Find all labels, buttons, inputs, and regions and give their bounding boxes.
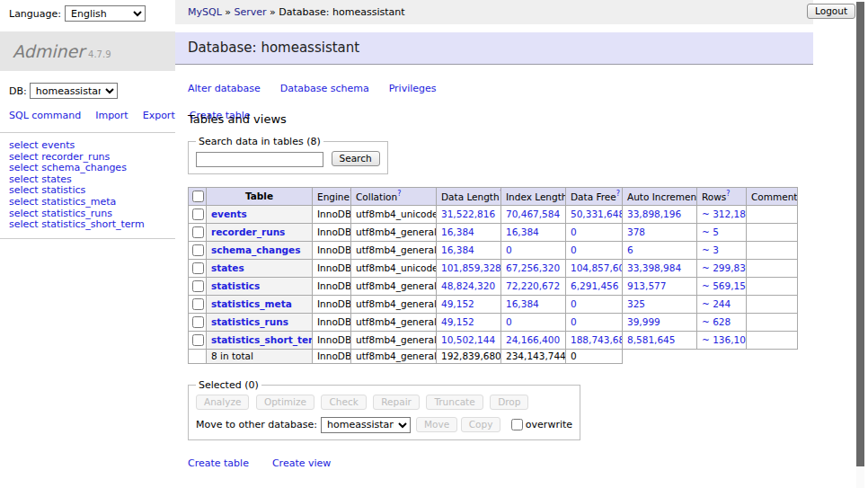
help-link[interactable]: ? (616, 190, 620, 198)
index-length-link[interactable]: 72,220,672 (506, 280, 560, 291)
rows-count-link[interactable]: ~ 312,180 (702, 209, 747, 219)
column-header-collation: Collation? (351, 187, 437, 205)
data-free-link[interactable]: 0 (571, 226, 577, 237)
breadcrumb-current: Database: homeassistant (279, 6, 404, 18)
create-view-link[interactable]: Create view (272, 457, 331, 469)
rows-count-link[interactable]: ~ 244 (702, 298, 731, 309)
rows-count-link[interactable]: ~ 569,159 (702, 280, 747, 291)
table-link-statistics-meta[interactable]: statistics_meta (211, 298, 292, 309)
data-length-link[interactable]: 101,859,328 (441, 262, 501, 273)
sidebar-item-select-statistics-short-term[interactable]: select statistics_short_term (9, 219, 175, 231)
rows-count-link[interactable]: ~ 299,833 (702, 262, 747, 273)
data-free-link[interactable]: 0 (571, 244, 577, 255)
database-schema-link[interactable]: Database schema (280, 83, 369, 94)
table-link-states[interactable]: states (211, 262, 244, 273)
row-checkbox[interactable] (192, 209, 204, 220)
index-length-link[interactable]: 70,467,584 (506, 209, 560, 219)
search-legend: Search data in tables (8) (196, 136, 323, 147)
data-length-link[interactable]: 16,384 (441, 244, 474, 255)
data-length-link[interactable]: 10,502,144 (441, 334, 495, 345)
check-button[interactable]: Check (321, 395, 366, 410)
data-length-link[interactable]: 48,824,320 (441, 280, 495, 291)
data-length-link[interactable]: 49,152 (441, 316, 474, 327)
index-length-link[interactable]: 67,256,320 (506, 262, 560, 273)
overwrite-checkbox[interactable] (511, 419, 523, 430)
auto-increment-link[interactable]: 8,581,645 (627, 334, 675, 345)
comment-cell (747, 331, 798, 349)
drop-button[interactable]: Drop (490, 395, 528, 410)
privileges-link[interactable]: Privileges (389, 83, 437, 94)
move-button[interactable]: Move (416, 417, 457, 432)
data-free-link[interactable]: 50,331,648 (571, 209, 623, 219)
scrollbar-thumb[interactable] (856, 2, 864, 466)
table-link-statistics-short-term[interactable]: statistics_short_term (211, 334, 313, 345)
auto-increment-link[interactable]: 6 (627, 244, 633, 255)
index-length-link[interactable]: 24,166,400 (506, 334, 560, 345)
data-free-link[interactable]: 0 (571, 298, 577, 309)
search-input[interactable] (196, 152, 323, 167)
sidebar-item-select-schema-changes[interactable]: select schema_changes (9, 163, 175, 174)
table-link-events[interactable]: events (211, 209, 247, 219)
engine-cell: InnoDB (313, 277, 351, 295)
auto-increment-link[interactable]: 39,999 (627, 316, 660, 327)
index-length-link[interactable]: 0 (506, 316, 512, 327)
alter-database-link[interactable]: Alter database (188, 83, 261, 94)
data-free-link[interactable]: 104,857,600 (571, 262, 623, 273)
export-link[interactable]: Export (143, 110, 175, 121)
table-link-statistics-runs[interactable]: statistics_runs (211, 316, 288, 327)
index-length-link[interactable]: 0 (506, 244, 512, 255)
breadcrumb-server-link[interactable]: Server (235, 6, 267, 18)
move-database-select[interactable]: homeassistant (321, 417, 411, 433)
index-length-link[interactable]: 16,384 (506, 226, 539, 237)
rows-count-link[interactable]: ~ 3 (702, 244, 719, 255)
sql-command-link[interactable]: SQL command (9, 110, 81, 121)
auto-increment-link[interactable]: 378 (627, 226, 645, 237)
optimize-button[interactable]: Optimize (256, 395, 314, 410)
data-length-link[interactable]: 16,384 (441, 226, 474, 237)
auto-increment-link[interactable]: 33,398,984 (627, 262, 681, 273)
rows-count-link[interactable]: ~ 628 (702, 316, 731, 327)
row-checkbox[interactable] (192, 226, 204, 238)
create-table-link[interactable]: Create table (188, 457, 249, 469)
select-all-checkbox[interactable] (192, 191, 204, 202)
column-header-data-length: Data Length? (437, 187, 501, 205)
row-checkbox[interactable] (192, 244, 204, 256)
copy-button[interactable]: Copy (461, 417, 501, 432)
index-length-link[interactable]: 16,384 (506, 298, 539, 309)
language-select[interactable]: English (65, 5, 146, 22)
truncate-button[interactable]: Truncate (426, 395, 483, 410)
overwrite-label: overwrite (526, 419, 572, 430)
data-free-link[interactable]: 6,291,456 (571, 280, 618, 291)
auto-increment-link[interactable]: 913,577 (627, 280, 666, 291)
search-button[interactable]: Search (332, 151, 380, 166)
row-checkbox[interactable] (192, 316, 204, 328)
table-link-recorder-runs[interactable]: recorder_runs (211, 226, 285, 237)
data-free-link[interactable]: 0 (571, 316, 577, 327)
row-checkbox[interactable] (192, 298, 204, 310)
repair-button[interactable]: Repair (373, 395, 420, 410)
import-link[interactable]: Import (95, 110, 128, 121)
table-link-schema-changes[interactable]: schema_changes (211, 244, 301, 255)
sidebar-table-links: select events select recorder_runs selec… (0, 138, 175, 233)
analyze-button[interactable]: Analyze (196, 395, 249, 410)
move-label: Move to other database: (196, 419, 317, 430)
breadcrumb-mysql-link[interactable]: MySQL (188, 6, 222, 18)
help-link[interactable]: ? (397, 190, 401, 198)
sidebar-item-select-events[interactable]: select events (9, 140, 175, 152)
db-select[interactable]: homeassistant (30, 83, 118, 99)
help-link[interactable]: ? (726, 190, 730, 198)
auto-increment-link[interactable]: 325 (627, 298, 645, 309)
table-link-statistics[interactable]: statistics (211, 280, 260, 291)
row-checkbox[interactable] (192, 334, 204, 346)
auto-increment-link[interactable]: 33,898,196 (627, 209, 681, 219)
rows-count-link[interactable]: ~ 136,108 (702, 334, 747, 345)
collation-cell: utf8mb4_unicode_ci (351, 205, 437, 223)
row-checkbox[interactable] (192, 280, 204, 292)
data-free-link[interactable]: 188,743,680 (571, 334, 623, 345)
row-checkbox[interactable] (192, 262, 204, 274)
sidebar-item-select-statistics-meta[interactable]: select statistics_meta (9, 197, 175, 209)
rows-count-link[interactable]: ~ 5 (702, 226, 719, 237)
data-length-link[interactable]: 49,152 (441, 298, 474, 309)
data-length-link[interactable]: 31,522,816 (441, 209, 495, 219)
logout-button[interactable]: Logout (807, 4, 855, 19)
